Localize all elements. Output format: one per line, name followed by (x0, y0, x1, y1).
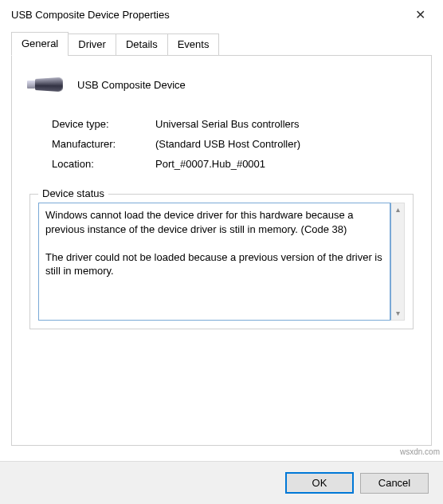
info-row-type: Device type: Universal Serial Bus contro… (52, 118, 414, 130)
tab-driver[interactable]: Driver (68, 33, 116, 56)
device-name: USB Composite Device (77, 79, 186, 91)
properties-dialog: USB Composite Device Properties ✕ Genera… (0, 0, 443, 504)
titlebar: USB Composite Device Properties ✕ (0, 0, 443, 29)
close-icon[interactable]: ✕ (408, 7, 432, 22)
status-container: Windows cannot load the device driver fo… (30, 195, 413, 329)
usb-device-icon (33, 73, 65, 96)
manufacturer-value: (Standard USB Host Controller) (155, 138, 414, 150)
scroll-up-icon[interactable]: ▴ (391, 203, 404, 216)
tab-strip: General Driver Details Events (11, 33, 432, 55)
manufacturer-label: Manufacturer: (52, 138, 155, 150)
window-title: USB Composite Device Properties (11, 9, 170, 21)
location-label: Location: (52, 158, 155, 170)
tab-general[interactable]: General (11, 32, 69, 56)
device-type-value: Universal Serial Bus controllers (155, 118, 414, 130)
device-header: USB Composite Device (29, 73, 414, 96)
tab-details[interactable]: Details (116, 33, 168, 56)
tab-events[interactable]: Events (167, 33, 220, 56)
device-type-label: Device type: (52, 118, 155, 130)
info-row-manufacturer: Manufacturer: (Standard USB Host Control… (52, 138, 414, 150)
device-info-table: Device type: Universal Serial Bus contro… (52, 118, 414, 170)
dialog-footer: OK Cancel (0, 461, 443, 504)
info-row-location: Location: Port_#0007.Hub_#0001 (52, 158, 414, 170)
dialog-content: General Driver Details Events USB Compos… (0, 29, 443, 454)
status-scrollbar[interactable]: ▴ ▾ (390, 203, 405, 321)
watermark-text: wsxdn.com (400, 447, 440, 456)
ok-button[interactable]: OK (285, 472, 354, 494)
device-status-text[interactable]: Windows cannot load the device driver fo… (38, 203, 390, 321)
device-status-group: Device status Windows cannot load the de… (29, 194, 414, 329)
location-value: Port_#0007.Hub_#0001 (155, 158, 414, 170)
scroll-down-icon[interactable]: ▾ (391, 307, 404, 320)
tab-panel-general: USB Composite Device Device type: Univer… (11, 55, 432, 446)
device-status-legend: Device status (38, 187, 108, 199)
cancel-button[interactable]: Cancel (360, 473, 429, 494)
